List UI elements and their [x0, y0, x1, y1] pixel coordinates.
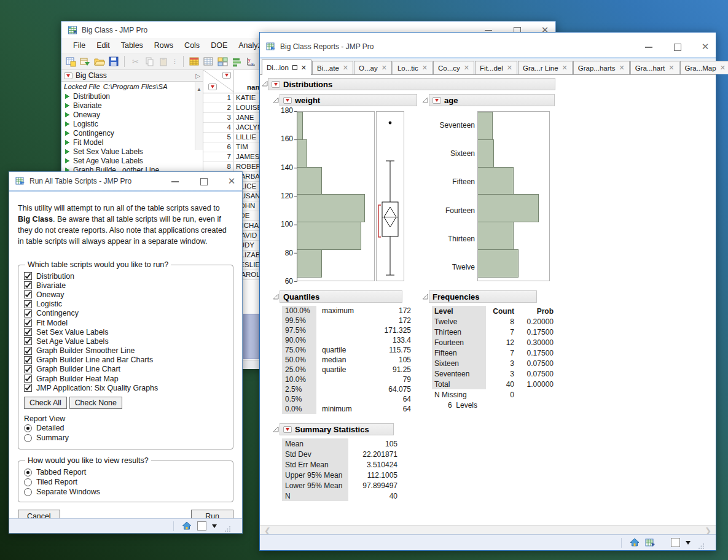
- disclosure-icon[interactable]: [262, 80, 268, 87]
- results-separate-windows[interactable]: Separate Windows: [24, 487, 227, 497]
- script-item[interactable]: Contingency: [61, 128, 203, 138]
- summary-statistics-header[interactable]: Summary Statistics: [280, 423, 394, 435]
- axis-tick-label[interactable]: 120: [281, 192, 293, 201]
- menu-item[interactable]: File: [68, 39, 91, 52]
- tab-close-icon[interactable]: ✕: [720, 64, 726, 72]
- checkbox-checked-icon[interactable]: [24, 300, 32, 308]
- script-checkbox-row[interactable]: Graph Builder Smoother Line: [24, 346, 227, 356]
- disclosure-icon[interactable]: [273, 294, 279, 300]
- run-script-icon[interactable]: [65, 94, 69, 99]
- home-icon[interactable]: [182, 521, 192, 531]
- run-script-icon[interactable]: [65, 149, 69, 154]
- checkbox-checked-icon[interactable]: [24, 347, 32, 355]
- script-checkbox-row[interactable]: Graph Builder Heat Map: [24, 374, 227, 383]
- results-tiled-report[interactable]: Tiled Report: [24, 477, 227, 487]
- axis-category-label[interactable]: Sixteen: [426, 139, 475, 168]
- script-item[interactable]: Distribution: [61, 91, 203, 101]
- weight-histogram-bar[interactable]: [297, 249, 322, 278]
- axis-tick-label[interactable]: 100: [281, 220, 293, 229]
- age-header[interactable]: age: [429, 94, 555, 106]
- red-triangle-menu-icon[interactable]: [283, 97, 292, 104]
- radio-icon[interactable]: [24, 434, 32, 442]
- summary-table-icon[interactable]: [189, 56, 200, 68]
- tabulate-icon[interactable]: [203, 56, 214, 68]
- report-tab[interactable]: Fit...del ✕: [475, 61, 517, 74]
- weight-header[interactable]: weight: [280, 94, 417, 106]
- menu-item[interactable]: Rows: [149, 39, 179, 52]
- report-view-detailed[interactable]: Detailed: [24, 423, 227, 433]
- axis-category-label[interactable]: Fourteen: [426, 196, 475, 224]
- graph-builder-icon[interactable]: [231, 56, 243, 68]
- home-icon[interactable]: [630, 538, 640, 547]
- run-script-icon[interactable]: [65, 131, 69, 136]
- script-item[interactable]: Set Age Value Labels: [61, 156, 203, 165]
- weight-boxplot-panel[interactable]: [376, 111, 404, 281]
- radio-icon[interactable]: [24, 478, 32, 486]
- checkbox-checked-icon[interactable]: [24, 375, 32, 383]
- script-checkbox-row[interactable]: Logistic: [24, 300, 227, 309]
- report-tab[interactable]: O...ay ✕: [354, 61, 392, 74]
- open-folder-icon[interactable]: [93, 56, 105, 68]
- checkbox-checked-icon[interactable]: [24, 281, 32, 289]
- script-item[interactable]: Bivariate: [61, 101, 203, 110]
- script-item[interactable]: Oneway: [61, 110, 203, 119]
- data-table-icon[interactable]: [645, 538, 655, 547]
- tab-close-icon[interactable]: ✕: [619, 64, 624, 72]
- axis-category-label[interactable]: Thirteen: [426, 225, 475, 253]
- script-item[interactable]: Fit Model: [61, 138, 203, 147]
- tab-close-icon[interactable]: ✕: [507, 64, 512, 72]
- fit-y-by-x-icon[interactable]: yx: [245, 56, 257, 68]
- tab-close-icon[interactable]: ✕: [562, 64, 568, 72]
- checkbox-checked-icon[interactable]: [24, 290, 32, 298]
- age-histogram-bar[interactable]: [478, 194, 539, 222]
- check-all-button[interactable]: Check All: [24, 397, 67, 409]
- age-histogram-bar[interactable]: [478, 249, 519, 278]
- reports-titlebar[interactable]: Big Class Reports - JMP Pro ✕: [260, 33, 716, 57]
- checkbox-checked-icon[interactable]: [24, 356, 32, 364]
- checkbox-checked-icon[interactable]: [24, 337, 32, 345]
- tab-close-icon[interactable]: ✕: [464, 64, 469, 72]
- maximize-icon[interactable]: [199, 177, 208, 185]
- caret-down-icon[interactable]: [686, 541, 691, 545]
- script-checkbox-row[interactable]: Set Sex Value Labels: [24, 327, 227, 336]
- tab-close-icon[interactable]: ✕: [382, 64, 387, 72]
- quantiles-header[interactable]: Quantiles: [280, 290, 402, 303]
- window-mode-icon[interactable]: [197, 521, 206, 531]
- grid-scrollbar-thumb[interactable]: [243, 314, 259, 359]
- script-item[interactable]: Set Sex Value Labels: [61, 147, 203, 156]
- axis-tick-label[interactable]: 80: [285, 249, 293, 258]
- radio-icon[interactable]: [24, 488, 32, 496]
- run-script-icon[interactable]: [65, 103, 69, 108]
- radio-selected-icon[interactable]: [24, 424, 32, 432]
- disclosure-icon[interactable]: [422, 294, 428, 300]
- red-triangle-menu-icon[interactable]: [432, 97, 441, 104]
- frequencies-header[interactable]: Frequencies: [429, 290, 537, 303]
- checkbox-checked-icon[interactable]: [24, 328, 32, 336]
- script-checkbox-row[interactable]: Graph Builder Line and Bar Charts: [24, 356, 227, 365]
- checkbox-checked-icon[interactable]: [24, 384, 32, 392]
- menu-item[interactable]: DOE: [205, 39, 233, 52]
- weight-histogram-bar[interactable]: [297, 139, 307, 168]
- script-checkbox-row[interactable]: JMP Application: Six Quality Graphs: [24, 383, 227, 392]
- script-item[interactable]: Logistic: [61, 119, 203, 128]
- report-tab[interactable]: Lo...tic ✕: [393, 61, 432, 74]
- axis-tick-label[interactable]: 160: [281, 134, 293, 144]
- run-script-icon[interactable]: [65, 122, 69, 126]
- report-view-summary[interactable]: Summary: [24, 433, 227, 443]
- split-table-icon[interactable]: [217, 56, 229, 68]
- open-database-icon[interactable]: [79, 56, 91, 68]
- run-script-icon[interactable]: [65, 140, 69, 145]
- script-checkbox-row[interactable]: Distribution: [24, 271, 227, 281]
- report-tab[interactable]: Gra...Map ✕: [680, 61, 728, 74]
- save-icon[interactable]: [108, 56, 119, 68]
- script-checkbox-row[interactable]: Oneway: [24, 290, 227, 299]
- script-checkbox-row[interactable]: Graph Builder Line Chart: [24, 365, 227, 374]
- new-data-table-icon[interactable]: [65, 56, 77, 68]
- disclosure-icon[interactable]: [273, 426, 279, 432]
- script-checkbox-row[interactable]: Bivariate: [24, 281, 227, 290]
- red-triangle-menu-icon[interactable]: [64, 72, 72, 79]
- weight-histogram-bar[interactable]: [297, 112, 303, 140]
- panel-scrollbar[interactable]: ▲: [195, 82, 203, 150]
- checkbox-checked-icon[interactable]: [24, 309, 32, 317]
- tab-distribution-active[interactable]: Di...ion ✕: [262, 60, 311, 75]
